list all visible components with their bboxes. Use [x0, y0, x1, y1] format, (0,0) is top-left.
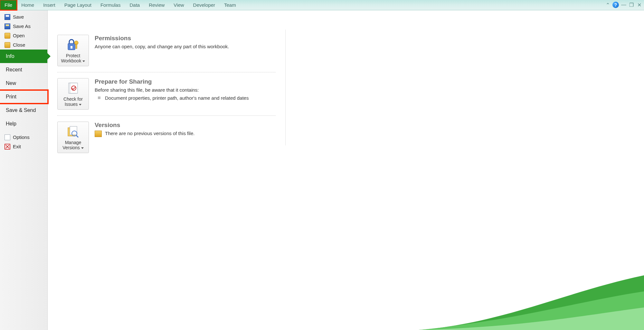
- tab-label: Home: [21, 2, 34, 8]
- info-panel: Protect Workbook Permissions Anyone can …: [48, 10, 644, 330]
- folder-close-icon: [5, 42, 10, 48]
- sidebar-item-label: Close: [13, 42, 25, 48]
- tab-data[interactable]: Data: [125, 0, 144, 10]
- tab-label: View: [174, 2, 184, 8]
- tab-insert[interactable]: Insert: [39, 0, 60, 10]
- version-file-icon: [95, 131, 102, 137]
- prepare-text: Before sharing this file, be aware that …: [95, 87, 276, 93]
- tab-team[interactable]: Team: [220, 0, 241, 10]
- window-minimize-icon[interactable]: —: [621, 2, 627, 8]
- sidebar-item-label: Options: [13, 134, 30, 140]
- backstage-view: Save Save As Open Close Info Recent New …: [0, 10, 644, 330]
- sidebar-item-close[interactable]: Close: [0, 40, 47, 50]
- permissions-text: Anyone can open, copy, and change any pa…: [95, 43, 276, 50]
- tab-label: Review: [149, 2, 165, 8]
- sidebar-item-label: Help: [6, 121, 16, 127]
- sidebar-item-label: Save: [13, 14, 24, 20]
- sidebar-item-print[interactable]: Print: [0, 90, 47, 104]
- versions-title: Versions: [95, 122, 276, 129]
- svg-rect-4: [76, 44, 77, 49]
- check-for-issues-button[interactable]: Check for Issues: [57, 78, 89, 110]
- ribbon-tabs-bar: File Home Insert Page Layout Formulas Da…: [0, 0, 644, 10]
- sidebar-item-label: Save & Send: [6, 107, 36, 113]
- tab-file-label: File: [5, 2, 12, 8]
- dropdown-caret-icon: [79, 104, 81, 105]
- sidebar-item-help[interactable]: Help: [0, 117, 47, 131]
- section-versions: Manage Versions Versions There are no pr…: [57, 115, 276, 159]
- sidebar-item-new[interactable]: New: [0, 77, 47, 90]
- dropdown-caret-icon: [81, 147, 84, 149]
- big-button-label: Protect Workbook: [60, 53, 87, 63]
- manage-versions-button[interactable]: Manage Versions: [57, 122, 89, 153]
- prepare-bullet: Document properties, printer path, autho…: [95, 95, 276, 101]
- section-prepare-sharing: Check for Issues Prepare for Sharing Bef…: [57, 72, 276, 115]
- sidebar-item-save-send[interactable]: Save & Send: [0, 104, 47, 117]
- tab-developer[interactable]: Developer: [189, 0, 220, 10]
- tab-label: Insert: [43, 2, 55, 8]
- vertical-divider: [285, 30, 286, 145]
- tab-label: Formulas: [100, 2, 121, 8]
- prepare-bullet-text: Document properties, printer path, autho…: [105, 95, 249, 101]
- window-restore-icon[interactable]: ❐: [629, 2, 634, 8]
- versions-icon: [65, 125, 81, 138]
- inspect-document-icon: [65, 82, 81, 95]
- bullet-icon: [98, 96, 100, 99]
- exit-icon: [5, 144, 10, 150]
- tab-file[interactable]: File: [0, 0, 17, 10]
- window-close-icon[interactable]: ✕: [636, 2, 642, 8]
- dropdown-caret-icon: [82, 60, 85, 62]
- permissions-title: Permissions: [95, 35, 276, 42]
- big-button-label: Manage Versions: [60, 140, 87, 150]
- tab-label: Team: [224, 2, 236, 8]
- sidebar-item-recent[interactable]: Recent: [0, 63, 47, 77]
- tab-label: Developer: [193, 2, 215, 8]
- backstage-sidebar: Save Save As Open Close Info Recent New …: [0, 10, 48, 330]
- svg-rect-2: [71, 46, 72, 49]
- sidebar-item-label: Info: [6, 53, 14, 59]
- tab-review[interactable]: Review: [144, 0, 169, 10]
- save-as-icon: [5, 23, 10, 29]
- tab-home[interactable]: Home: [17, 0, 39, 10]
- sidebar-item-info[interactable]: Info: [0, 50, 47, 63]
- svg-rect-9: [70, 126, 77, 135]
- tab-view[interactable]: View: [169, 0, 188, 10]
- svg-rect-6: [70, 83, 78, 93]
- sidebar-item-label: New: [6, 80, 16, 86]
- tab-label: Data: [129, 2, 140, 8]
- sidebar-item-label: Recent: [6, 67, 22, 73]
- section-permissions: Protect Workbook Permissions Anyone can …: [57, 15, 276, 72]
- help-icon[interactable]: ?: [612, 2, 619, 8]
- versions-text: There are no previous versions of this f…: [95, 130, 276, 137]
- sidebar-item-options[interactable]: Options: [0, 133, 47, 142]
- big-button-label: Check for Issues: [60, 96, 87, 107]
- titlebar-controls: ⌃ ? — ❐ ✕: [605, 2, 642, 8]
- sidebar-item-exit[interactable]: Exit: [0, 142, 47, 151]
- prepare-title: Prepare for Sharing: [95, 78, 276, 85]
- ribbon-collapse-icon[interactable]: ⌃: [605, 2, 611, 8]
- sidebar-item-label: Exit: [13, 144, 21, 149]
- tab-label: Page Layout: [64, 2, 91, 8]
- sidebar-item-open[interactable]: Open: [0, 31, 47, 40]
- sidebar-item-label: Open: [13, 33, 25, 38]
- save-icon: [5, 14, 10, 20]
- protect-workbook-button[interactable]: Protect Workbook: [57, 35, 89, 66]
- lock-key-icon: [65, 38, 81, 51]
- svg-line-11: [76, 135, 78, 137]
- tab-formulas[interactable]: Formulas: [96, 0, 125, 10]
- folder-open-icon: [5, 33, 10, 39]
- sidebar-item-save-as[interactable]: Save As: [0, 22, 47, 31]
- sidebar-item-label: Save As: [13, 23, 31, 29]
- sidebar-item-save[interactable]: Save: [0, 12, 47, 22]
- options-icon: [5, 134, 10, 140]
- sidebar-item-label: Print: [6, 94, 16, 100]
- tab-page-layout[interactable]: Page Layout: [60, 0, 96, 10]
